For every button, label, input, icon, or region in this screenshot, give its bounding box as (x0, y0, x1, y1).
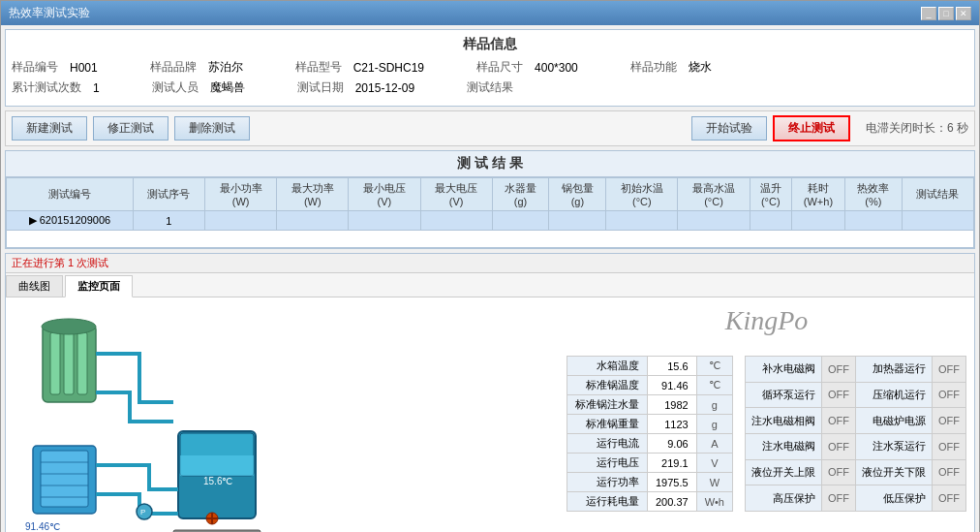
title-controls: _ □ ✕ (921, 7, 971, 20)
results-title: 测 试 结 果 (6, 151, 974, 177)
restore-button[interactable]: □ (938, 7, 954, 20)
results-section: 测 试 结 果 测试编号 测试序号 最小功率(W) 最大功率(W) 最小电压(V… (5, 150, 975, 249)
ctrl-row-3: 注水电磁阀 OFF 注水泵运行 OFF (746, 433, 966, 459)
ctrl-state-5a: OFF (822, 485, 856, 512)
param-label-5: 运行电压 (567, 454, 647, 473)
cell-test-id: ▶ 620151209006 (7, 211, 134, 231)
ctrl-label-0a: 补水电磁阀 (746, 357, 822, 383)
cell-seq: 1 (133, 211, 204, 231)
col-min-power: 最小功率(W) (205, 178, 277, 211)
ctrl-label-1b: 压缩机运行 (856, 382, 933, 408)
value-model: C21-SDHC19 (353, 61, 424, 75)
param-row-2: 标准锅注水量 1982 g (567, 395, 732, 415)
cell-min-power (205, 211, 277, 231)
label-sample-id: 样品编号 (12, 59, 58, 76)
svg-text:15.6℃: 15.6℃ (203, 476, 232, 486)
param-row-7: 运行耗电量 200.37 W•h (567, 492, 732, 512)
cell-time (791, 211, 844, 231)
label-test-result: 测试结果 (467, 79, 513, 96)
tabs-bar: 曲线图 监控页面 (6, 273, 974, 297)
ctrl-label-0b: 加热器运行 (856, 357, 933, 383)
monitor-status: 正在进行第 1 次测试 (12, 257, 108, 268)
param-value-7: 200.37 (647, 492, 696, 512)
param-unit-0: ℃ (696, 357, 732, 376)
param-unit-1: ℃ (696, 376, 732, 395)
cell-max-volt (420, 211, 492, 231)
monitor-section: 正在进行第 1 次测试 曲线图 监控页面 (5, 253, 975, 532)
diagram-area: 15.6℃ (14, 305, 559, 532)
timer-display: 电滞关闭时长：6 秒 (866, 120, 968, 137)
tab-chart[interactable]: 曲线图 (6, 275, 63, 297)
cell-min-volt (349, 211, 420, 231)
col-pot-weight: 锅包量(g) (549, 178, 606, 211)
ctrl-label-5a: 高压保护 (746, 485, 822, 512)
modify-test-button[interactable]: 修正测试 (93, 116, 168, 141)
brand-logo: KingPo (567, 305, 966, 336)
results-table: 测试编号 测试序号 最小功率(W) 最大功率(W) 最小电压(V) 最大电压(V… (6, 177, 974, 248)
param-row-0: 水箱温度 15.6 ℃ (567, 357, 732, 376)
tab-monitor[interactable]: 监控页面 (65, 275, 133, 297)
param-row-5: 运行电压 219.1 V (567, 454, 732, 473)
col-seq: 测试序号 (133, 178, 204, 211)
cell-temp-rise (750, 211, 791, 231)
col-min-volt: 最小电压(V) (349, 178, 420, 211)
label-function: 样品功能 (630, 59, 677, 76)
col-temp-rise: 温升(°C) (750, 178, 791, 211)
table-row[interactable]: ▶ 620151209006 1 (7, 211, 974, 231)
value-tester: 魔蝎兽 (210, 79, 245, 96)
label-tester: 测试人员 (152, 79, 199, 96)
param-unit-7: W•h (696, 492, 732, 512)
param-value-4: 9.06 (647, 434, 696, 454)
start-test-button[interactable]: 开始试验 (691, 116, 767, 141)
label-test-count: 累计测试次数 (12, 79, 81, 96)
col-water-weight: 水器量(g) (492, 178, 549, 211)
col-test-id: 测试编号 (7, 178, 134, 211)
param-label-0: 水箱温度 (567, 357, 647, 376)
ctrl-state-1a: OFF (822, 382, 856, 408)
value-size: 400*300 (535, 61, 578, 75)
cell-init-temp (606, 211, 678, 231)
stop-test-button[interactable]: 终止测试 (773, 115, 850, 141)
cell-water-weight (492, 211, 549, 231)
toolbar: 新建测试 修正测试 删除测试 开始试验 终止测试 电滞关闭时长：6 秒 (5, 110, 975, 146)
close-button[interactable]: ✕ (956, 7, 971, 20)
svg-text:P: P (140, 508, 145, 516)
minimize-button[interactable]: _ (921, 7, 936, 20)
right-panels: KingPo 水箱温度 15.6 ℃ 标准锅温度 (567, 305, 966, 532)
col-result: 测试结果 (902, 178, 973, 211)
col-max-power: 最大功率(W) (277, 178, 349, 211)
param-unit-5: V (696, 454, 732, 473)
ctrl-state-3a: OFF (822, 433, 856, 459)
svg-point-5 (42, 319, 96, 334)
ctrl-row-2: 注水电磁相阀 OFF 电磁炉电源 OFF (746, 408, 966, 434)
ctrl-row-5: 高压保护 OFF 低压保护 OFF (746, 485, 966, 512)
ctrl-label-2a: 注水电磁相阀 (746, 408, 822, 434)
new-test-button[interactable]: 新建测试 (12, 116, 87, 141)
cell-efficiency (844, 211, 902, 231)
ctrl-state-4b: OFF (933, 459, 966, 485)
param-value-3: 1123 (647, 415, 696, 434)
monitor-header: 正在进行第 1 次测试 (6, 254, 974, 273)
value-function: 烧水 (689, 59, 712, 76)
param-unit-6: W (696, 473, 732, 492)
main-window: 热效率测试实验 _ □ ✕ 样品信息 样品编号 H001 样品品牌 苏泊尔 样品… (0, 0, 980, 532)
param-label-6: 运行功率 (567, 473, 647, 492)
ctrl-state-5b: OFF (933, 485, 966, 512)
ctrl-label-4b: 液位开关下限 (856, 459, 933, 485)
value-test-date: 2015-12-09 (355, 81, 414, 95)
ctrl-label-2b: 电磁炉电源 (856, 408, 933, 434)
col-init-temp: 初始水温(°C) (606, 178, 678, 211)
col-efficiency: 热效率(%) (844, 178, 902, 211)
diagram-svg: 15.6℃ (14, 305, 343, 532)
col-max-volt: 最大电压(V) (420, 178, 492, 211)
delete-test-button[interactable]: 删除测试 (174, 116, 250, 141)
sample-info-row1: 样品编号 H001 样品品牌 苏泊尔 样品型号 C21-SDHC19 样品尺寸 … (12, 59, 968, 76)
sample-info-section: 样品信息 样品编号 H001 样品品牌 苏泊尔 样品型号 C21-SDHC19 … (5, 29, 975, 107)
cell-max-power (277, 211, 349, 231)
panels-row: 水箱温度 15.6 ℃ 标准锅温度 91.46 ℃ 标准锅注水量 (567, 356, 966, 512)
param-value-0: 15.6 (647, 357, 696, 376)
param-label-2: 标准锅注水量 (567, 395, 647, 415)
ctrl-state-2a: OFF (822, 408, 856, 434)
label-size: 样品尺寸 (476, 59, 523, 76)
label-test-date: 测试日期 (297, 79, 344, 96)
